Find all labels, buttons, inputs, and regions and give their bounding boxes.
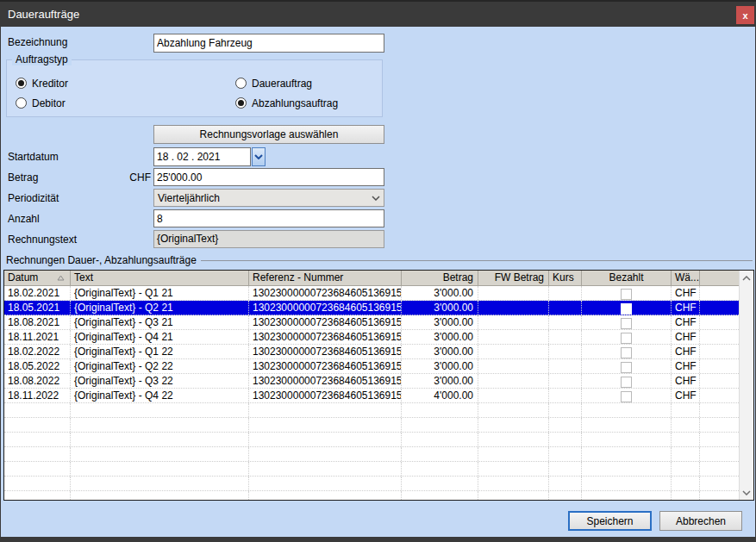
table-row-empty (4, 433, 739, 447)
cell-referenz: 130230000007236846051369150 (249, 345, 402, 358)
table-row[interactable]: 18.02.2022{OriginalText} - Q1 2213023000… (4, 345, 739, 359)
column-header-waehrung[interactable]: Wä... (672, 271, 700, 285)
column-header-text[interactable]: Text (71, 271, 249, 285)
cell-filler (700, 477, 739, 490)
cell-waehrung (672, 462, 700, 476)
periodizitaet-label: Periodizität (8, 192, 59, 204)
table-row-empty (4, 462, 739, 477)
table-row-empty (4, 403, 739, 418)
cell-betrag: 3'000.00 (402, 315, 478, 329)
cell-betrag (402, 403, 478, 417)
cell-filler (700, 403, 739, 417)
cell-referenz (249, 403, 402, 417)
bezahlt-checkbox[interactable] (621, 391, 632, 402)
startdatum-dropdown-button[interactable] (252, 147, 266, 166)
cell-filler (700, 374, 739, 388)
cell-referenz: 130230000007236846051369150 (249, 301, 402, 315)
anzahl-label: Anzahl (8, 213, 40, 225)
cell-fw_betrag (478, 315, 549, 329)
title-bar[interactable]: Daueraufträge x (0, 0, 756, 27)
radio-abzahlungsauftrag[interactable] (235, 97, 247, 109)
cell-text (71, 477, 249, 490)
save-button[interactable]: Speichern (568, 511, 652, 531)
cell-kurs (549, 403, 582, 417)
column-header-bezahlt[interactable]: Bezahlt (582, 271, 672, 285)
table-row-empty (4, 418, 739, 433)
bezahlt-checkbox[interactable] (621, 333, 632, 344)
anzahl-input[interactable] (153, 209, 384, 227)
column-header-fw-betrag[interactable]: FW Betrag (478, 271, 549, 285)
column-header-filler (700, 271, 739, 285)
rechnungstext-label: Rechnungstext (8, 234, 77, 246)
cell-referenz: 130230000007236846051369150 (249, 359, 402, 373)
table-row[interactable]: 18.08.2022{OriginalText} - Q3 2213023000… (4, 374, 739, 389)
bezahlt-checkbox[interactable] (621, 347, 632, 358)
periodizitaet-select[interactable]: Vierteljährlich (153, 189, 384, 207)
cell-waehrung (672, 403, 700, 417)
scroll-up-button[interactable] (740, 271, 753, 285)
radio-kreditor[interactable] (16, 78, 27, 89)
invoices-section-label: Rechnungen Dauer-, Abzahlungsaufträge (6, 254, 197, 266)
vertical-scrollbar[interactable] (739, 271, 753, 500)
cell-waehrung (672, 491, 700, 500)
table-row[interactable]: 18.11.2022{OriginalText} - Q4 2213023000… (4, 389, 739, 403)
section-divider (201, 260, 753, 261)
chevron-down-icon (372, 196, 380, 201)
table-row[interactable]: 18.08.2021{OriginalText} - Q3 2113023000… (4, 315, 739, 330)
cell-kurs (549, 359, 582, 373)
radio-debitor[interactable] (16, 97, 27, 109)
column-header-datum[interactable]: Datum (4, 271, 71, 285)
cell-betrag: 3'000.00 (402, 359, 478, 373)
close-icon: x (742, 10, 747, 21)
radio-dauerauftrag[interactable] (235, 78, 247, 89)
cell-bezahlt (582, 462, 672, 476)
cell-filler (700, 462, 739, 476)
cell-betrag (402, 477, 478, 490)
cancel-button[interactable]: Abbrechen (659, 511, 742, 531)
cell-bezahlt (582, 491, 672, 500)
bezahlt-checkbox[interactable] (621, 362, 632, 373)
rechnungsvorlage-button[interactable]: Rechnungsvorlage auswählen (153, 125, 384, 144)
table-row-empty (4, 477, 739, 491)
cell-waehrung: CHF (672, 330, 700, 344)
column-header-referenz[interactable]: Referenz - Nummer (249, 271, 402, 285)
cell-filler (700, 301, 739, 315)
cell-text: {OriginalText} - Q2 22 (71, 359, 249, 373)
column-header-kurs[interactable]: Kurs (549, 271, 582, 285)
table-row[interactable]: 18.11.2021{OriginalText} - Q4 2113023000… (4, 330, 739, 345)
bezahlt-checkbox[interactable] (621, 377, 632, 388)
bezeichnung-input[interactable] (153, 34, 384, 53)
cell-waehrung: CHF (672, 286, 700, 300)
cell-text (71, 403, 249, 417)
invoice-table-inner: Datum Text Referenz - Nummer Betrag FW B… (4, 271, 739, 500)
table-row[interactable]: 18.05.2022{OriginalText} - Q2 2213023000… (4, 359, 739, 374)
scroll-down-button[interactable] (740, 485, 753, 500)
cell-fw_betrag (478, 330, 549, 344)
close-button[interactable]: x (736, 6, 754, 24)
table-row-selected[interactable]: 18.05.2021{OriginalText} - Q2 2113023000… (4, 301, 739, 315)
startdatum-input[interactable] (153, 147, 251, 166)
cell-kurs (549, 491, 582, 500)
bezahlt-checkbox[interactable] (621, 289, 632, 300)
bezahlt-checkbox[interactable] (621, 318, 632, 329)
cell-text: {OriginalText} - Q4 21 (71, 330, 249, 344)
cell-fw_betrag (478, 374, 549, 388)
table-row[interactable]: 18.02.2021{OriginalText} - Q1 2113023000… (4, 286, 739, 301)
cell-text: {OriginalText} - Q3 22 (71, 374, 249, 388)
bezahlt-checkbox[interactable] (621, 303, 632, 315)
radio-debitor-label: Debitor (32, 97, 66, 109)
column-header-betrag[interactable]: Betrag (402, 271, 478, 285)
cell-waehrung: CHF (672, 374, 700, 388)
cell-betrag (402, 462, 478, 476)
cell-bezahlt (582, 315, 672, 329)
chevron-up-icon (742, 276, 751, 281)
betrag-input[interactable] (153, 168, 384, 186)
cell-betrag: 3'000.00 (402, 301, 478, 315)
invoices-section-header: Rechnungen Dauer-, Abzahlungsaufträge (6, 254, 753, 266)
cell-datum: 18.08.2022 (4, 374, 71, 388)
cell-referenz: 130230000007236846051369150 (249, 286, 402, 300)
cell-datum (4, 403, 71, 417)
cell-kurs (549, 477, 582, 490)
cell-datum: 18.11.2022 (4, 389, 71, 402)
cell-fw_betrag (478, 345, 549, 358)
